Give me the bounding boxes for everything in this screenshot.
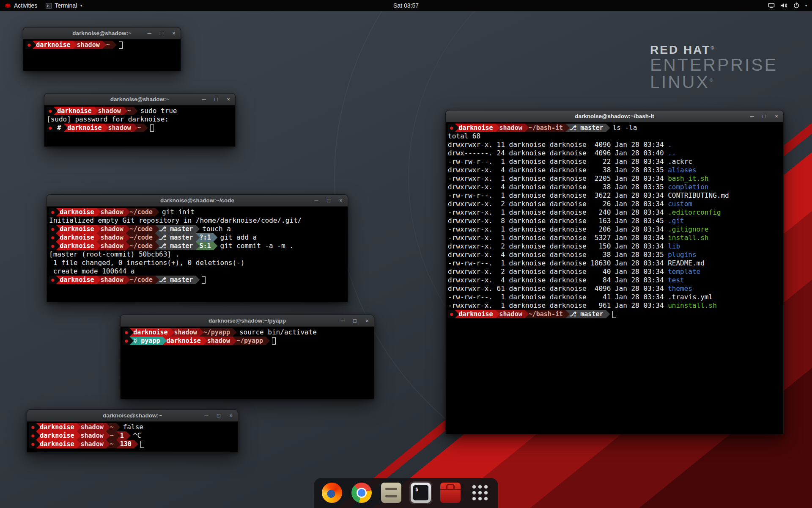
volume-icon: [780, 2, 787, 9]
prompt-host-segment: shadow: [97, 208, 130, 216]
terminal-text: drwxrwxr-x. 11 darknoise darknoise 4096 …: [448, 141, 668, 149]
terminal-cursor: [140, 441, 144, 448]
terminal-line: ●#darknoiseshadow~: [47, 124, 233, 132]
terminal-line: drwxrwxr-x. 61 darknoise darknoise 4096 …: [448, 284, 781, 293]
minimize-button[interactable]: ─: [201, 96, 207, 102]
maximize-button[interactable]: □: [326, 197, 332, 204]
prompt-host-segment: shadow: [73, 41, 107, 49]
prompt-path-segment: ~/bash-it: [525, 124, 570, 132]
clock[interactable]: Sat 03:57: [389, 0, 423, 11]
terminal-body[interactable]: ●darknoiseshadow~/pyappsource bin/activa…: [121, 327, 374, 346]
command-text: sudo true: [140, 107, 177, 115]
prompt-path-segment: ~/code: [126, 242, 159, 250]
window-title: darknoise@shadow:~/pyapp: [208, 318, 286, 324]
prompt-path-segment: ~/pyapp: [200, 328, 237, 337]
terminal-line: -rw-rw-r--. 1 darknoise darknoise 3622 J…: [448, 191, 781, 200]
terminal-text: total 68: [448, 132, 480, 141]
maximize-button[interactable]: □: [761, 113, 767, 119]
prompt-user-segment: darknoise: [56, 233, 101, 242]
close-button[interactable]: ×: [228, 412, 234, 419]
terminal-body[interactable]: ●darknoiseshadow~sudo true[sudo] passwor…: [44, 105, 235, 133]
command-text: false: [123, 423, 143, 431]
window-title: darknoise@shadow:~: [103, 412, 162, 419]
maximize-button[interactable]: □: [213, 96, 219, 102]
terminal-line: -rwxrwxr-x. 1 darknoise darknoise 206 Ja…: [448, 225, 781, 234]
terminal-line: ●darknoiseshadow~/pyappsource bin/activa…: [123, 328, 372, 337]
terminal-line: ●darknoiseshadow~1^C: [29, 431, 236, 440]
minimize-button[interactable]: ─: [340, 318, 346, 324]
prompt-host-segment: shadow: [496, 310, 529, 318]
terminal-line: -rw-rw-r--. 1 darknoise darknoise 22 Jan…: [448, 157, 781, 166]
chrome-dock-item[interactable]: [350, 481, 373, 504]
window-titlebar[interactable]: darknoise@shadow:~/code─□×: [47, 195, 348, 207]
maximize-button[interactable]: □: [352, 318, 358, 324]
close-button[interactable]: ×: [774, 113, 779, 119]
file-name: completion: [668, 183, 708, 191]
close-button[interactable]: ×: [338, 197, 344, 204]
prompt-user-segment: darknoise: [56, 208, 101, 216]
maximize-button[interactable]: □: [159, 30, 165, 36]
terminal-body[interactable]: ●darknoiseshadow~/bash-it⎇ masterls -lat…: [446, 122, 783, 320]
terminal-text: drwxrwxr-x. 8 darknoise darknoise 163 Ja…: [448, 217, 668, 225]
app-menu-label: Terminal: [55, 2, 77, 9]
close-button[interactable]: ×: [364, 318, 370, 324]
terminal-text: -rwxrwxr-x. 1 darknoise darknoise 206 Ja…: [448, 225, 668, 234]
terminal-window: darknoise@shadow:~/bash-it─□×●darknoises…: [445, 110, 784, 434]
window-titlebar[interactable]: darknoise@shadow:~─□×: [44, 94, 235, 105]
prompt-git-segment: ⎇ master: [155, 225, 200, 233]
minimize-button[interactable]: ─: [203, 412, 209, 419]
app-menu-terminal[interactable]: Terminal ▼: [41, 0, 87, 11]
window-titlebar[interactable]: darknoise@shadow:~─□×: [23, 28, 181, 39]
terminal-line: drwxrwxr-x. 4 darknoise darknoise 38 Jan…: [448, 183, 781, 191]
toolbox-dock-item[interactable]: [439, 481, 462, 504]
terminal-text: drwx------. 24 darknoise darknoise 4096 …: [448, 149, 668, 157]
prompt-path-segment: ~/code: [126, 225, 159, 233]
prompt-user-segment: darknoise: [56, 276, 101, 284]
command-text: touch a: [202, 225, 230, 233]
terminal-text: 1 file changed, 0 insertions(+), 0 delet…: [49, 259, 244, 267]
terminal-line: drwxrwxr-x. 4 darknoise darknoise 38 Jan…: [448, 251, 781, 259]
file-name: .ackrc: [668, 157, 692, 166]
window-titlebar[interactable]: darknoise@shadow:~/bash-it─□×: [446, 110, 783, 122]
prompt-user-segment: darknoise: [53, 107, 98, 115]
firefox-dock-item[interactable]: [321, 481, 343, 504]
close-button[interactable]: ×: [225, 96, 231, 102]
terminal-text: [master (root-commit) 50bcb63] .: [49, 250, 179, 259]
terminal-text: Initialized empty Git repository in /hom…: [49, 216, 302, 225]
terminal-line: -rwxrwxr-x. 1 darknoise darknoise 961 Ja…: [448, 301, 781, 310]
files-dock-item[interactable]: [380, 481, 403, 504]
terminal-line: ●darknoiseshadow~/bash-it⎇ masterls -la: [448, 124, 781, 132]
terminal-line: [sudo] password for darknoise:: [47, 115, 233, 124]
window-titlebar[interactable]: darknoise@shadow:~/pyapp─□×: [121, 315, 374, 327]
terminal-line: drwxrwxr-x. 2 darknoise darknoise 150 Ja…: [448, 242, 781, 251]
system-status-area[interactable]: ▾: [763, 0, 812, 11]
terminal-body[interactable]: ●darknoiseshadow~: [23, 39, 181, 50]
terminal-app-icon: [46, 3, 52, 8]
prompt-host-segment: shadow: [94, 107, 128, 115]
file-name: .gitignore: [668, 225, 708, 234]
terminal-dock-item[interactable]: [409, 481, 432, 504]
app-grid-dock-item[interactable]: [469, 481, 491, 504]
prompt-user-segment: darknoise: [36, 440, 81, 448]
terminal-body[interactable]: ●darknoiseshadow~false●darknoiseshadow~1…: [27, 422, 238, 450]
activities-button[interactable]: Activities: [0, 0, 41, 11]
terminal-line: ●darknoiseshadow~sudo true: [47, 107, 233, 115]
terminal-text: -rwxrwxr-x. 1 darknoise darknoise 5327 J…: [448, 234, 668, 242]
terminal-text: drwxrwxr-x. 4 darknoise darknoise 38 Jan…: [448, 251, 668, 259]
terminal-text: drwxrwxr-x. 2 darknoise darknoise 40 Jan…: [448, 268, 668, 276]
chrome-icon: [351, 483, 372, 503]
terminal-window: darknoise@shadow:~─□×●darknoiseshadow~fa…: [27, 409, 238, 453]
file-name: .editorconfig: [668, 208, 721, 217]
maximize-button[interactable]: □: [216, 412, 222, 419]
terminal-line: -rw-rw-r--. 1 darknoise darknoise 18630 …: [448, 259, 781, 268]
window-titlebar[interactable]: darknoise@shadow:~─□×: [27, 410, 238, 422]
minimize-button[interactable]: ─: [313, 197, 319, 204]
close-button[interactable]: ×: [171, 30, 177, 36]
terminal-body[interactable]: ●darknoiseshadow~/codegit initInitialize…: [47, 207, 348, 285]
minimize-button[interactable]: ─: [146, 30, 152, 36]
terminal-text: drwxrwxr-x. 4 darknoise darknoise 84 Jan…: [448, 276, 668, 284]
toolbox-icon: [440, 483, 461, 503]
terminal-window: darknoise@shadow:~─□×●darknoiseshadow~su…: [44, 93, 236, 147]
minimize-button[interactable]: ─: [749, 113, 755, 119]
terminal-line: ●darknoiseshadow~130: [29, 440, 236, 448]
